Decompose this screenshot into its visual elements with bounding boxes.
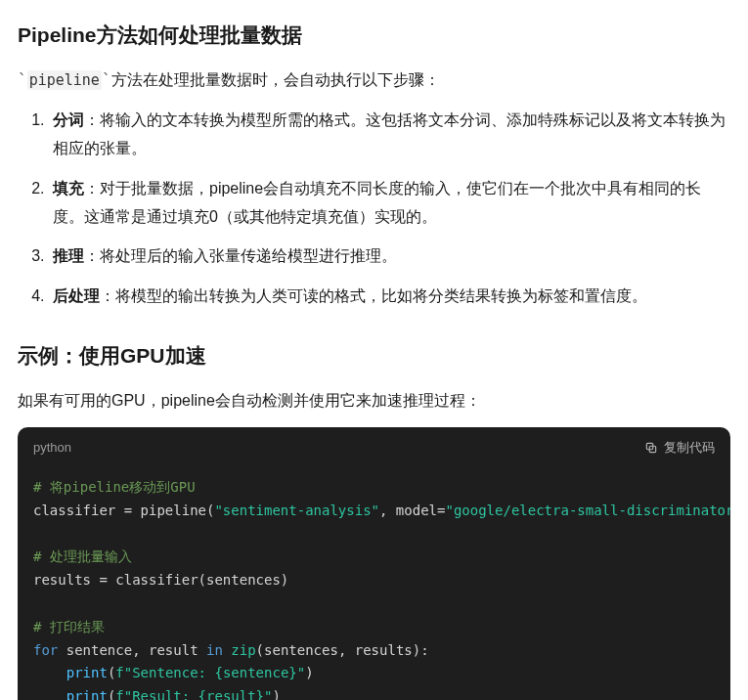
step-term: 填充 [53, 180, 84, 197]
step-term: 推理 [53, 247, 84, 264]
copy-code-button[interactable]: 复制代码 [644, 437, 715, 459]
step-text: ：将模型的输出转换为人类可读的格式，比如将分类结果转换为标签和置信度。 [100, 287, 647, 304]
list-item: 填充：对于批量数据，pipeline会自动填充不同长度的输入，使它们在一个批次中… [49, 175, 730, 232]
step-text: ：将输入的文本转换为模型所需的格式。这包括将文本分词、添加特殊标记以及将文本转换… [53, 111, 726, 156]
section-title-batch: Pipeline方法如何处理批量数据 [18, 18, 730, 53]
copy-icon [644, 441, 658, 455]
section-title-gpu: 示例：使用GPU加速 [18, 338, 730, 373]
steps-list: 分词：将输入的文本转换为模型所需的格式。这包括将文本分词、添加特殊标记以及将文本… [18, 107, 730, 311]
inline-code-pipeline: pipeline [27, 70, 102, 90]
step-term: 分词 [53, 111, 84, 128]
code-content: # 将pipeline移动到GPU classifier = pipeline(… [33, 476, 715, 700]
code-language-label: python [33, 437, 71, 459]
list-item: 后处理：将模型的输出转换为人类可读的格式，比如将分类结果转换为标签和置信度。 [49, 283, 730, 311]
step-text: ：将处理后的输入张量传递给模型进行推理。 [84, 247, 397, 264]
list-item: 推理：将处理后的输入张量传递给模型进行推理。 [49, 242, 730, 271]
code-block: python 复制代码 # 将pipeline移动到GPU classifier… [18, 427, 730, 700]
backtick-close: ` [102, 70, 111, 89]
gpu-paragraph: 如果有可用的GPU，pipeline会自动检测并使用它来加速推理过程： [18, 387, 730, 414]
intro-paragraph: `pipeline`方法在处理批量数据时，会自动执行以下步骤： [18, 66, 730, 94]
step-text: ：对于批量数据，pipeline会自动填充不同长度的输入，使它们在一个批次中具有… [53, 180, 701, 225]
copy-label: 复制代码 [664, 437, 715, 459]
backtick-open: ` [18, 70, 27, 89]
code-body[interactable]: # 将pipeline移动到GPU classifier = pipeline(… [18, 468, 730, 700]
intro-text: 方法在处理批量数据时，会自动执行以下步骤： [111, 71, 440, 88]
step-term: 后处理 [53, 287, 100, 304]
list-item: 分词：将输入的文本转换为模型所需的格式。这包括将文本分词、添加特殊标记以及将文本… [49, 107, 730, 163]
code-header: python 复制代码 [18, 427, 730, 468]
